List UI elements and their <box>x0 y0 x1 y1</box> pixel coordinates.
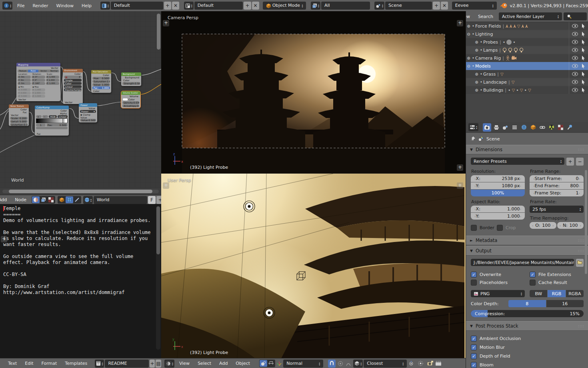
color-swatch[interactable] <box>123 98 128 100</box>
menu-file[interactable]: File <box>13 3 28 8</box>
ramp-remove-button[interactable]: − <box>42 115 48 118</box>
light-probe-gizmo[interactable] <box>244 201 255 212</box>
selectability-cursor-icon[interactable] <box>581 72 585 76</box>
menu-add[interactable]: Add <box>0 197 11 202</box>
fake-user-button[interactable]: F <box>148 196 156 204</box>
editor-type-button[interactable]: i ▴▾ <box>2 2 12 10</box>
world-globe-icon[interactable] <box>66 196 73 203</box>
visibility-eye-icon[interactable] <box>572 80 578 84</box>
max-checkbox[interactable]: ▪ Max <box>32 86 45 88</box>
time-remap-old-field[interactable]: ‹O:100› <box>530 222 556 229</box>
ramp-add-button[interactable]: + <box>36 115 42 118</box>
panel-grip[interactable]: :::: <box>578 249 584 253</box>
selectability-cursor-icon[interactable] <box>581 32 585 36</box>
expand-icon[interactable]: ⊕ <box>474 72 479 76</box>
shader-type-tabs[interactable] <box>32 196 55 204</box>
panel-header-dimensions[interactable]: ▼ Dimensions :::: <box>466 145 588 154</box>
editor-type-button[interactable]: ▴▾ <box>164 360 174 368</box>
file-extensions-checkbox-row[interactable]: ✓File Extensions <box>530 270 584 278</box>
ramp-position[interactable]: Pos:0.500 <box>46 124 68 126</box>
resolution-x-field[interactable]: ‹X:2538 px› <box>471 175 525 182</box>
checkbox-checked[interactable]: ✓ <box>471 272 477 278</box>
workspace-a-delete-button[interactable]: ✕ <box>172 2 179 10</box>
tab-world[interactable] <box>520 123 528 132</box>
text-datablock-icon-button[interactable]: ▴▾ <box>95 360 104 368</box>
bloom-checkbox-row[interactable]: ✓Bloom <box>471 360 584 368</box>
orientation-dropdown[interactable]: Normal ▴▾ <box>283 360 323 368</box>
proportional-edit-icon[interactable] <box>346 361 351 366</box>
overwrite-checkbox-row[interactable]: ✓Overwrite <box>471 270 525 278</box>
preset-remove-button[interactable]: − <box>576 158 584 166</box>
visibility-eye-icon[interactable] <box>572 56 578 60</box>
end-frame-field[interactable]: ‹End Frame:800› <box>530 182 584 189</box>
node-background[interactable]: Background Background Color Strength:0.5… <box>121 72 141 86</box>
workspace-a-add-button[interactable]: + <box>164 2 171 10</box>
start-frame-field[interactable]: ‹Start Frame:0› <box>530 175 584 182</box>
outliner-row-lighting[interactable]: ⊖• Lighting <box>466 30 588 38</box>
world-datablock-field[interactable]: World <box>94 196 147 204</box>
light-probe-gizmo[interactable] <box>264 307 275 318</box>
checkbox-checked[interactable]: ✓ <box>471 336 477 342</box>
menu-select[interactable]: Select <box>194 361 215 366</box>
scene-delete-button[interactable]: ✕ <box>441 2 448 10</box>
snap-cursor-icon[interactable] <box>408 360 414 366</box>
expand-icon[interactable]: ⊕ <box>474 48 479 52</box>
frame-step-field[interactable]: ‹Frame Step:1› <box>530 190 584 196</box>
shader-context-tabs[interactable] <box>58 196 81 204</box>
motion-blur-checkbox-row[interactable]: ✓Motion Blur <box>471 343 584 352</box>
outliner-row-models[interactable]: ⊖• Models <box>466 62 588 70</box>
pin-icon[interactable] <box>470 136 476 142</box>
ramp-index[interactable]: 1 <box>36 124 46 126</box>
menu-object[interactable]: Object <box>232 361 254 366</box>
tab-scene[interactable] <box>501 123 510 132</box>
texture-icon[interactable] <box>40 196 47 203</box>
region-expand-plus[interactable]: + <box>457 164 463 171</box>
workspace-a-field[interactable]: Default <box>111 2 163 10</box>
frame-rate-dropdown[interactable]: 25 fps ▴▾ <box>530 206 584 213</box>
mode-switch-group[interactable] <box>259 360 275 367</box>
color-mode-bw[interactable]: BW <box>530 290 547 297</box>
panel-grip[interactable]: :::: <box>578 324 584 328</box>
menu-format[interactable]: Format <box>38 361 61 366</box>
border-checkbox-row[interactable]: Border <box>471 224 494 232</box>
outliner-row-buildings[interactable]: ⊕• Buildings| •▽•▽•▽ <box>466 86 588 94</box>
tab-output[interactable] <box>492 123 500 132</box>
menu-window[interactable]: Window <box>52 3 78 8</box>
checker-icon[interactable] <box>47 196 55 203</box>
color-mode-segmented[interactable]: BW RGB RGBA <box>530 290 584 297</box>
tab-physics[interactable] <box>547 123 556 132</box>
layout-icon-button[interactable]: ▴▾ <box>184 2 194 10</box>
text-vscrollbar[interactable] <box>156 206 160 350</box>
region-expand-plus[interactable]: + <box>457 182 463 189</box>
proportional-size-icon[interactable] <box>267 360 275 367</box>
visibility-eye-icon[interactable] <box>572 72 578 76</box>
node-noise-texture[interactable]: Noise Texture Color Fac Vector Scale:0.2… <box>9 104 29 126</box>
region-expand-plus[interactable]: + <box>1 236 7 242</box>
expand-icon[interactable]: ⊕ <box>474 88 479 92</box>
panel-header-metadata[interactable]: ► Metadata :::: <box>466 236 588 245</box>
material-shader-icon[interactable] <box>32 196 40 203</box>
workspace-b-delete-button[interactable]: ✕ <box>252 2 259 10</box>
visibility-eye-icon[interactable] <box>572 32 578 36</box>
node-environment-texture[interactable]: Environment Texture Color ▦F Single Imag… <box>63 69 83 104</box>
user-viewport-scene[interactable]: x y <box>161 174 466 358</box>
scene-icon-button[interactable]: ▴▾ <box>374 2 384 10</box>
node-math-power[interactable]: Power Value Power▾ ▪ Clamp Value Value:0… <box>79 103 97 122</box>
world-datablock-icon-button[interactable]: ▴▾ <box>83 196 93 204</box>
selectability-cursor-icon[interactable] <box>581 64 585 68</box>
tab-texture[interactable] <box>556 123 565 132</box>
checkbox-checked[interactable]: ✓ <box>471 353 477 359</box>
expand-icon[interactable]: ⊕ <box>466 56 471 60</box>
outliner-row-grass[interactable]: ⊕• Grass| ▽ <box>466 70 588 78</box>
menu-add[interactable]: Add <box>215 361 232 366</box>
expand-icon[interactable]: ⊕ <box>474 40 479 44</box>
time-remap-new-field[interactable]: ‹N:100› <box>557 222 584 229</box>
tab-render[interactable] <box>483 123 491 132</box>
region-expand-plus[interactable]: + <box>163 182 169 189</box>
color-swatch-row[interactable]: Color <box>121 98 140 101</box>
tab-object[interactable] <box>529 123 537 132</box>
node-hscrollbar[interactable] <box>0 188 162 195</box>
render-animation-icon[interactable] <box>435 360 442 366</box>
output-path-field[interactable]: J:/Blender/EEVEE/Japanese Mountaints/Mou… <box>471 259 574 266</box>
collapse-icon[interactable]: ⊖ <box>466 64 471 68</box>
